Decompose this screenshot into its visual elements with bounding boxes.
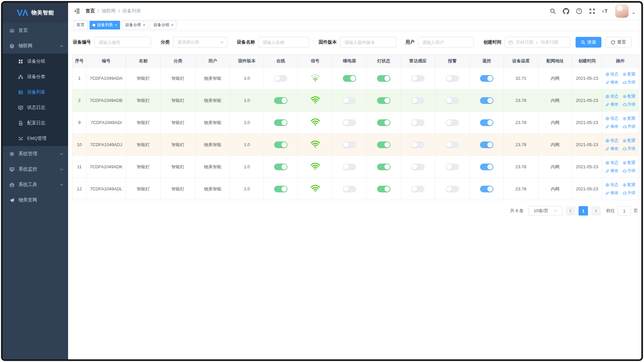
prev-page-button[interactable] [566, 206, 575, 216]
sidebar-item[interactable]: 首页 [3, 23, 68, 38]
next-page-button[interactable] [591, 206, 601, 216]
search-button[interactable]: 搜索 [576, 37, 601, 48]
op-edit-link[interactable]: 修改 [605, 102, 619, 107]
online-toggle[interactable] [274, 186, 287, 192]
remote-control-toggle[interactable] [480, 141, 493, 148]
light-state-toggle[interactable] [377, 75, 390, 82]
app-logo[interactable]: 物美智能 [3, 3, 68, 23]
op-config-link[interactable]: 配置 [623, 138, 636, 143]
tab-close-icon[interactable]: × [115, 23, 117, 27]
relay-toggle[interactable] [343, 186, 356, 192]
op-upgrade-link[interactable]: 升级 [623, 79, 636, 85]
op-status-link[interactable]: 状态 [605, 116, 619, 121]
remote-control-toggle[interactable] [480, 97, 493, 104]
op-config-link[interactable]: 配置 [623, 71, 636, 77]
radar-sense-toggle[interactable] [411, 141, 425, 148]
light-state-toggle[interactable] [377, 164, 390, 170]
page-number-button[interactable]: 1 [579, 206, 588, 216]
alarm-toggle[interactable] [446, 141, 459, 148]
sidebar-item[interactable]: 系统监控 [3, 162, 68, 177]
firmware-input[interactable] [340, 37, 396, 48]
radar-sense-toggle[interactable] [411, 186, 425, 192]
op-edit-link[interactable]: 修改 [605, 168, 619, 174]
op-status-link[interactable]: 状态 [605, 71, 619, 77]
op-edit-link[interactable]: 修改 [605, 79, 619, 85]
op-status-link[interactable]: 状态 [605, 138, 619, 143]
op-status-link[interactable]: 状态 [605, 94, 619, 99]
online-toggle[interactable] [274, 141, 287, 148]
tab[interactable]: 设备分类× [122, 21, 148, 29]
alarm-toggle[interactable] [446, 75, 459, 82]
remote-control-toggle[interactable] [480, 119, 493, 126]
relay-toggle[interactable] [343, 75, 356, 82]
help-icon[interactable]: ? [576, 8, 582, 14]
sidebar-item[interactable]: 设备分组 [3, 54, 68, 69]
page-size-select[interactable]: 10条/页 [528, 206, 562, 216]
remote-control-toggle[interactable] [480, 186, 493, 192]
radar-sense-toggle[interactable] [411, 119, 425, 126]
breadcrumb-iot[interactable]: 物联网 [102, 8, 116, 14]
online-toggle[interactable] [274, 97, 287, 104]
chevron-down-icon[interactable] [632, 12, 635, 15]
date-range-picker[interactable]: 开始日期 - 结束日期 [505, 37, 570, 48]
tab[interactable]: 首页 [73, 21, 88, 29]
op-status-link[interactable]: 状态 [605, 160, 619, 166]
alarm-toggle[interactable] [446, 97, 459, 104]
op-edit-link[interactable]: 修改 [605, 124, 619, 129]
reset-button[interactable]: 重置 [605, 37, 631, 48]
user-input[interactable] [418, 37, 474, 48]
sidebar-item[interactable]: 物联网 [3, 38, 68, 54]
goto-page-input[interactable] [618, 206, 631, 216]
user-avatar[interactable] [615, 4, 629, 18]
tab[interactable]: 设备列表× [90, 21, 120, 29]
op-upgrade-link[interactable]: 升级 [623, 168, 636, 174]
github-icon[interactable] [563, 8, 569, 14]
sidebar-item[interactable]: 状态日志 [3, 100, 68, 115]
remote-control-toggle[interactable] [480, 75, 493, 82]
op-edit-link[interactable]: 修改 [605, 190, 619, 196]
relay-toggle[interactable] [343, 97, 356, 104]
device-name-input[interactable] [258, 37, 309, 48]
light-state-toggle[interactable] [377, 141, 390, 148]
op-upgrade-link[interactable]: 升级 [623, 190, 636, 196]
light-state-toggle[interactable] [377, 119, 390, 126]
sidebar-item[interactable]: EMQ管理 [3, 131, 68, 146]
tab-close-icon[interactable]: × [171, 23, 173, 27]
font-size-icon[interactable]: TT [602, 8, 608, 14]
device-code-input[interactable] [94, 37, 151, 48]
online-toggle[interactable] [274, 119, 287, 126]
sidebar-item[interactable]: 设备分类 [3, 69, 68, 84]
sidebar-item[interactable]: 系统管理 [3, 146, 68, 162]
op-edit-link[interactable]: 修改 [605, 146, 619, 152]
radar-sense-toggle[interactable] [411, 164, 425, 170]
relay-toggle[interactable] [343, 164, 356, 170]
remote-control-toggle[interactable] [480, 164, 493, 170]
breadcrumb-home[interactable]: 首页 [86, 8, 95, 14]
light-state-toggle[interactable] [377, 186, 390, 192]
tab-close-icon[interactable]: × [143, 23, 145, 27]
alarm-toggle[interactable] [446, 164, 459, 170]
op-config-link[interactable]: 配置 [623, 94, 636, 99]
online-toggle[interactable] [274, 164, 287, 170]
category-select[interactable]: 请选择分类 [173, 37, 227, 48]
sidebar-item[interactable]: 系统工具 [3, 177, 68, 192]
op-config-link[interactable]: 配置 [623, 160, 636, 166]
op-status-link[interactable]: 状态 [605, 182, 619, 188]
sidebar-item[interactable]: 物美官网 [3, 192, 68, 208]
op-upgrade-link[interactable]: 升级 [623, 146, 636, 152]
op-config-link[interactable]: 配置 [623, 182, 636, 188]
sidebar-item[interactable]: 配置日志 [3, 115, 68, 131]
search-icon[interactable] [550, 8, 556, 14]
op-upgrade-link[interactable]: 升级 [623, 102, 636, 107]
sidebar-collapse-icon[interactable] [74, 8, 80, 14]
online-toggle[interactable] [274, 75, 287, 82]
light-state-toggle[interactable] [377, 97, 390, 104]
radar-sense-toggle[interactable] [411, 97, 425, 104]
fullscreen-icon[interactable] [589, 8, 595, 14]
alarm-toggle[interactable] [446, 119, 459, 126]
radar-sense-toggle[interactable] [411, 75, 425, 82]
relay-toggle[interactable] [343, 119, 356, 126]
relay-toggle[interactable] [343, 141, 356, 148]
op-upgrade-link[interactable]: 升级 [623, 124, 636, 129]
tab[interactable]: 设备分组× [150, 21, 176, 29]
